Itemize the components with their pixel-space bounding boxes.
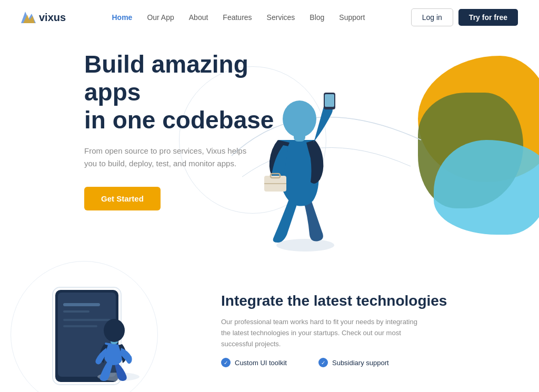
svg-rect-14 — [63, 310, 89, 313]
hero-title: Build amazing apps in one codebase — [84, 51, 305, 134]
try-free-button[interactable]: Try for free — [458, 9, 518, 26]
nav-item-ourapp[interactable]: Our App — [147, 13, 174, 22]
svg-rect-16 — [63, 325, 97, 327]
feature-item-1: ✓ Custom UI toolkit — [221, 358, 287, 367]
feature-label-1: Custom UI toolkit — [235, 359, 287, 367]
svg-rect-13 — [63, 303, 100, 306]
section2-title: Integrate the latest technologies — [221, 293, 518, 309]
feature-label-2: Subsidiary support — [332, 359, 389, 367]
get-started-button[interactable]: Get Started — [84, 187, 161, 210]
blob-blue — [434, 140, 539, 235]
login-button[interactable]: Log in — [411, 8, 453, 26]
nav-item-about[interactable]: About — [189, 13, 208, 22]
hero-subtitle: From open source to pro services, Vixus … — [84, 145, 253, 170]
nav-item-home[interactable]: Home — [112, 13, 132, 22]
section2-illustration — [21, 272, 200, 389]
section2-features: ✓ Custom UI toolkit ✓ Subsidiary support — [221, 358, 518, 367]
section2-text-block: Integrate the latest technologies Our pr… — [221, 272, 518, 367]
logo[interactable]: vixus — [21, 12, 66, 24]
section2-description: Our professional team works hard to fit … — [221, 317, 421, 349]
nav-item-support[interactable]: Support — [339, 13, 365, 22]
svg-rect-6 — [325, 94, 334, 107]
logo-icon — [21, 12, 36, 23]
hero-section: Build amazing apps in one codebase From … — [0, 35, 539, 261]
svg-rect-15 — [63, 319, 111, 321]
checkmark-icon-1: ✓ — [221, 358, 231, 367]
nav-actions: Log in Try for free — [411, 8, 518, 26]
nav-item-services[interactable]: Services — [267, 13, 295, 22]
svg-point-19 — [104, 319, 125, 342]
logo-text: vixus — [39, 12, 66, 24]
svg-point-2 — [276, 239, 334, 252]
navbar: vixus Home Our App About Features Servic… — [0, 0, 539, 35]
checkmark-icon-2: ✓ — [318, 358, 328, 367]
section2: Integrate the latest technologies Our pr… — [0, 261, 539, 392]
nav-item-blog[interactable]: Blog — [310, 13, 324, 22]
hero-text-block: Build amazing apps in one codebase From … — [84, 51, 305, 210]
nav-item-features[interactable]: Features — [223, 13, 252, 22]
feature-item-2: ✓ Subsidiary support — [318, 358, 389, 367]
nav-links: Home Our App About Features Services Blo… — [112, 13, 365, 22]
